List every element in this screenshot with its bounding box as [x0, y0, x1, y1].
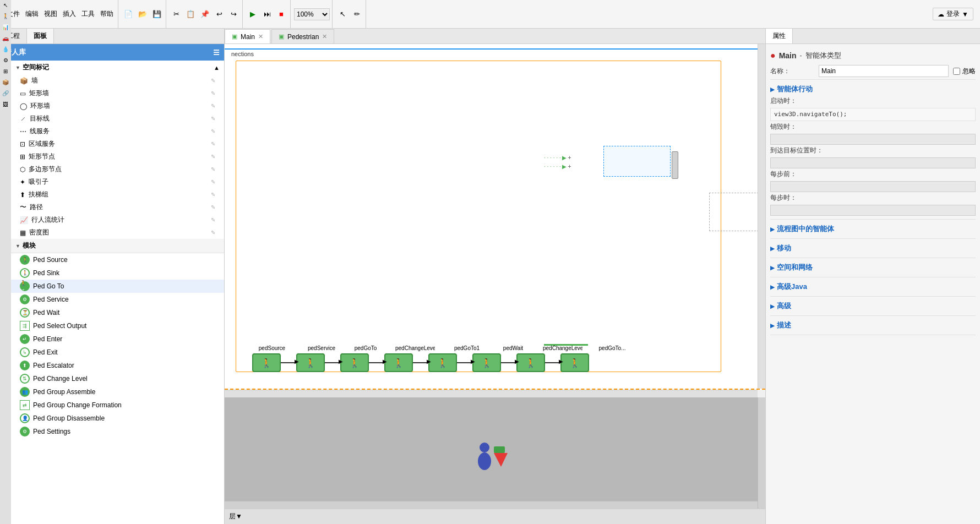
tab-main[interactable]: ▣ Main ✕	[225, 29, 270, 43]
item-ped-group-disassemble[interactable]: 👤 Ped Group Disassemble	[11, 412, 224, 425]
selection-handle[interactable]	[672, 151, 678, 179]
advanced-java-title[interactable]: 高级Java	[770, 280, 976, 294]
movement-title[interactable]: 移动	[770, 241, 976, 255]
item-path[interactable]: 〜 路径 ✎	[11, 201, 224, 214]
flow-node-ped-change-level[interactable]: 🚶	[384, 353, 413, 372]
item-target-line[interactable]: ⟋ 目标线 ✎	[11, 112, 224, 125]
item-ped-service[interactable]: ⚙ Ped Service	[11, 293, 224, 306]
undo-btn[interactable]: ↩	[213, 8, 226, 21]
side-icon-grid[interactable]: ⊞	[1, 68, 10, 77]
login-btn[interactable]: ☁ 登录 ▼	[933, 8, 973, 20]
circle-wall-edit-icon[interactable]: ✎	[211, 103, 215, 109]
area-service-edit-icon[interactable]: ✎	[211, 141, 215, 147]
flow-node-ped-go-to-1[interactable]: 🚶	[428, 353, 457, 372]
menu-tools[interactable]: 工具	[79, 9, 97, 19]
item-ped-wait[interactable]: ⏳ Ped Wait	[11, 306, 224, 319]
flow-node-ped-go-to[interactable]: 🚶	[340, 353, 369, 372]
item-ped-group-assemble[interactable]: 👥 Ped Group Assemble	[11, 385, 224, 399]
bottom-scrollbar-v[interactable]	[758, 397, 765, 509]
item-rect-node[interactable]: ⊞ 矩形节点 ✎	[11, 150, 224, 163]
item-line-service[interactable]: ⋯ 线服务 ✎	[11, 125, 224, 138]
name-input[interactable]	[819, 65, 949, 77]
ped-tab-close-icon[interactable]: ✕	[322, 33, 327, 40]
flow-node-ped-source[interactable]: 🚶	[252, 353, 281, 372]
description-title[interactable]: 描述	[770, 318, 976, 332]
density-edit-icon[interactable]: ✎	[211, 230, 215, 236]
item-wall[interactable]: 📦 墙 ✎	[11, 74, 224, 87]
agent-actions-title[interactable]: 智能体行动	[770, 82, 976, 96]
item-escalator[interactable]: ⬆ 扶梯组 ✎	[11, 188, 224, 201]
paste-btn[interactable]: 📌	[198, 8, 211, 21]
flow-node-ped-change-level-1[interactable]: 🚶	[516, 353, 545, 372]
section-module[interactable]: 模块	[11, 239, 224, 253]
poly-node-edit-icon[interactable]: ✎	[211, 166, 215, 172]
item-ped-source[interactable]: 🚶 Ped Source	[11, 253, 224, 266]
advanced-title[interactable]: 高级	[770, 299, 976, 313]
item-ped-change-level[interactable]: ⇅ Ped Change Level	[11, 372, 224, 385]
flow-agents-title[interactable]: 流程图中的智能体	[770, 222, 976, 236]
run-btn[interactable]: ▶	[246, 8, 259, 21]
item-circle-wall[interactable]: ◯ 环形墙 ✎	[11, 100, 224, 112]
bottom-canvas[interactable]: 层▼	[225, 397, 765, 524]
new-btn[interactable]: 📄	[122, 8, 135, 21]
selection-box[interactable]	[603, 146, 671, 177]
item-area-service[interactable]: ⊡ 区域服务 ✎	[11, 138, 224, 150]
menu-edit[interactable]: 编辑	[23, 9, 41, 19]
rect-wall-edit-icon[interactable]: ✎	[211, 90, 215, 96]
stop-btn[interactable]: ■	[275, 8, 288, 21]
top-canvas[interactable]: nections · · · · · · ▶ + · · · · · · ▶	[225, 44, 765, 390]
side-icon-box[interactable]: 📦	[1, 79, 10, 88]
item-ped-exit[interactable]: ↳ Ped Exit	[11, 346, 224, 359]
item-density[interactable]: ▦ 密度图 ✎	[11, 226, 224, 239]
item-ped-sink[interactable]: 🚶 Ped Sink	[11, 266, 224, 280]
bottom-scrollbar-h[interactable]	[225, 501, 758, 509]
section-spatial[interactable]: 空间标记 ▲	[11, 61, 224, 74]
rect-node-edit-icon[interactable]: ✎	[211, 154, 215, 160]
item-ped-go-to[interactable]: 🚶→ Ped Go To	[11, 280, 224, 293]
flow-node-ped-service[interactable]: 🚶	[296, 353, 325, 372]
escalator-edit-icon[interactable]: ✎	[211, 192, 215, 198]
item-ped-select-output[interactable]: ⇶ Ped Select Output	[11, 319, 224, 332]
zoom-select[interactable]: 100%75%150%	[294, 8, 330, 20]
item-ped-settings[interactable]: ⚙ Ped Settings	[11, 425, 224, 438]
layer-label[interactable]: 层▼	[229, 512, 242, 521]
menu-help[interactable]: 帮助	[98, 9, 116, 19]
menu-insert[interactable]: 插入	[61, 9, 78, 19]
cut-btn[interactable]: ✂	[170, 8, 183, 21]
main-tab-close-icon[interactable]: ✕	[258, 33, 263, 40]
target-line-edit-icon[interactable]: ✎	[211, 116, 215, 122]
side-icon-settings[interactable]: ⚙	[1, 61, 10, 66]
draw-btn[interactable]: ✏	[350, 8, 363, 21]
copy-btn[interactable]: 📋	[184, 8, 197, 21]
side-icon-link[interactable]: 🔗	[1, 90, 10, 99]
open-btn[interactable]: 📂	[136, 8, 149, 21]
save-btn[interactable]: 💾	[150, 8, 164, 21]
canvas-scrollbar-v[interactable]	[758, 44, 765, 389]
space-network-title[interactable]: 空间和网络	[770, 260, 976, 275]
ignore-checkbox[interactable]	[953, 68, 960, 75]
canvas-scrollbar-h[interactable]	[225, 390, 758, 397]
pointer-btn[interactable]: ↖	[336, 8, 349, 21]
tab-pedestrian[interactable]: ▣ Pedestrian ✕	[271, 29, 334, 43]
menu-view[interactable]: 视图	[42, 9, 59, 19]
side-icon-img[interactable]: 🖼	[1, 101, 10, 110]
section-spatial-scroll[interactable]: ▲	[214, 64, 220, 71]
attractor-edit-icon[interactable]: ✎	[211, 179, 215, 185]
tab-properties[interactable]: 属性	[766, 29, 793, 43]
item-rect-wall[interactable]: ▭ 矩形墙 ✎	[11, 87, 224, 100]
item-attractor[interactable]: ✦ 吸引子 ✎	[11, 176, 224, 188]
library-menu-icon[interactable]: ☰	[213, 48, 220, 57]
tab-palette[interactable]: 面板	[27, 29, 54, 43]
line-service-edit-icon[interactable]: ✎	[211, 128, 215, 134]
flow-node-ped-go-to-2[interactable]: 🚶	[560, 353, 589, 372]
flow-node-ped-wait[interactable]: 🚶	[472, 353, 501, 372]
path-edit-icon[interactable]: ✎	[211, 204, 215, 210]
item-ped-enter[interactable]: ↵ Ped Enter	[11, 332, 224, 346]
redo-btn[interactable]: ↪	[227, 8, 240, 21]
step-btn[interactable]: ⏭	[260, 8, 274, 21]
item-ped-group-change-formation[interactable]: ⇄ Ped Group Change Formation	[11, 399, 224, 412]
wall-edit-icon[interactable]: ✎	[211, 78, 215, 84]
item-ped-flow-stat[interactable]: 📈 行人流统计 ✎	[11, 214, 224, 226]
ped-flow-stat-edit-icon[interactable]: ✎	[211, 217, 215, 223]
item-ped-escalator[interactable]: ⬆ Ped Escalator	[11, 359, 224, 372]
